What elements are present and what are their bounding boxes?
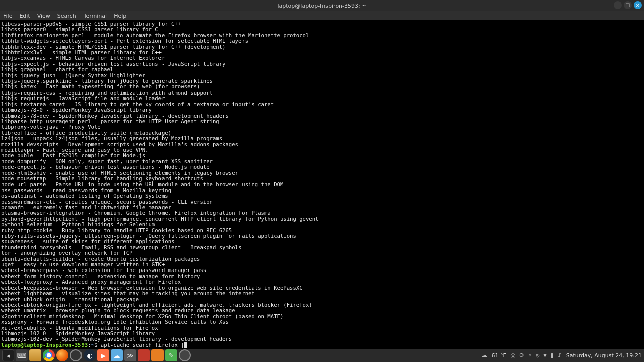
menu-terminal[interactable]: Terminal [84,13,107,19]
app-icon-1[interactable] [70,349,82,361]
prompt-user: laptop@laptop-Inspiron-3593 [1,342,88,348]
chrome-icon[interactable] [43,349,55,361]
network-icon[interactable]: ▾ [543,352,546,359]
firefox-icon[interactable] [56,349,68,361]
steam-icon[interactable]: ◐ [84,349,96,361]
weather-icon[interactable]: ☁ [481,352,488,359]
minimize-button[interactable]: — [614,1,622,9]
battery-icon[interactable]: ▮ [550,352,554,359]
app-icon-5[interactable] [151,349,164,361]
window-title: laptop@laptop-Inspiron-3593: ~ [278,3,367,9]
menu-view[interactable]: View [37,13,50,19]
weather-text[interactable]: 61 °F [492,352,506,359]
close-button[interactable]: ✕ [634,1,642,9]
taskbar: ◂ ⌨ ◐ ▶ ☁ ≫ ✎ ☁ 61 °F ◎ ⟳ ᚼ ⎋ ▾ ▮ ♪ Satu… [0,349,644,362]
tray-icon-1[interactable]: ◎ [510,352,515,359]
start-menu-button[interactable]: ◂ [2,349,14,361]
app-icon-4[interactable] [138,349,150,361]
volume-icon[interactable]: ♪ [558,352,562,359]
mint-menu-icon[interactable] [179,349,191,361]
prompt-dollar: $ [94,342,101,348]
bluetooth-icon[interactable]: ᚼ [528,352,532,359]
maximize-button[interactable]: ☐ [624,1,632,9]
window-titlebar: laptop@laptop-Inspiron-3593: ~ — ☐ ✕ [0,0,644,11]
clock[interactable]: Saturday, August 24, 19:21 [566,352,642,359]
cursor [184,342,187,348]
tray-icon-2[interactable]: ⟳ [519,352,524,359]
terminal-output[interactable]: libcss-parser-pp0v5 - simple CSS1 parser… [0,20,644,349]
app-icon-2[interactable]: ☁ [111,349,123,361]
app-icon-6[interactable]: ✎ [165,349,177,361]
menu-file[interactable]: File [3,13,12,19]
menu-search[interactable]: Search [57,13,76,19]
file-manager-icon[interactable] [29,349,41,361]
menu-bar: File Edit View Search Terminal Help [0,11,644,20]
command-text: apt-cache search firefox | [101,342,184,348]
terminal-launcher-icon[interactable]: ⌨ [16,349,28,361]
menu-help[interactable]: Help [114,13,126,19]
tray-icon-3[interactable]: ⎋ [536,352,539,359]
menu-edit[interactable]: Edit [19,13,30,19]
window-controls: — ☐ ✕ [614,1,642,9]
media-player-icon[interactable]: ▶ [97,349,109,361]
app-icon-3[interactable]: ≫ [124,349,136,361]
